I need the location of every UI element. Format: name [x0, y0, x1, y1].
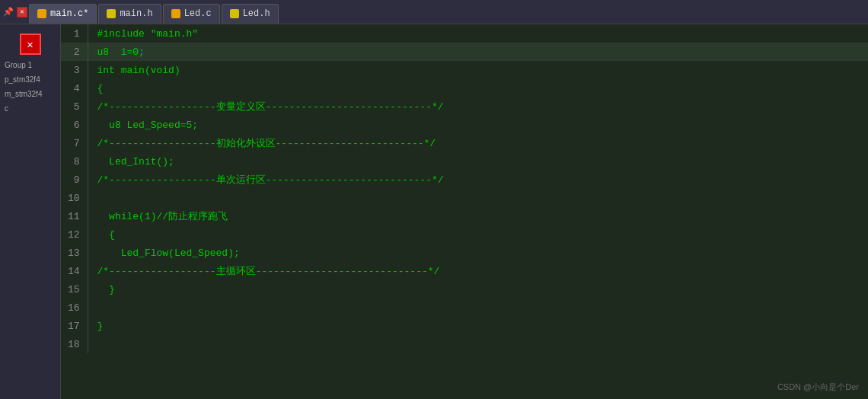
line-code[interactable]: u8 Led_Speed=5; [88, 116, 868, 134]
line-number: 1 [61, 24, 88, 43]
watermark: CSDN @小向是个Der [777, 381, 859, 393]
code-editor[interactable]: 1#include "main.h"2u8 i=0;3int main(void… [61, 24, 868, 399]
line-number: 5 [61, 97, 88, 116]
line-number: 13 [61, 244, 88, 262]
code-line: 6 u8 Led_Speed=5; [61, 116, 868, 134]
code-line: 16 [61, 298, 868, 317]
group-label: Group 1 [0, 58, 60, 72]
line-number: 6 [61, 116, 88, 134]
code-line: 8 Led_Init(); [61, 152, 868, 171]
line-number: 15 [61, 280, 88, 298]
line-code[interactable]: } [88, 317, 868, 335]
line-code[interactable]: /*------------------主循环区----------------… [88, 262, 868, 280]
line-code[interactable] [88, 335, 868, 353]
tab-icon [171, 9, 180, 18]
tab-icon [230, 9, 239, 18]
line-number: 2 [61, 43, 88, 61]
line-code[interactable]: /*------------------单次运行区---------------… [88, 171, 868, 189]
error-icon[interactable]: ✕ [20, 34, 41, 55]
code-table: 1#include "main.h"2u8 i=0;3int main(void… [61, 24, 868, 353]
code-line: 10 [61, 189, 868, 207]
line-number: 14 [61, 262, 88, 280]
code-line: 1#include "main.h" [61, 24, 868, 43]
code-line: 9/*------------------单次运行区--------------… [61, 171, 868, 189]
sidebar-item-1: p_stm32f4 [0, 72, 60, 87]
tab-Ledc[interactable]: Led.c [163, 4, 220, 24]
code-line: 15 } [61, 280, 868, 298]
pin-icon[interactable]: 📌 [3, 7, 14, 18]
code-line: 18 [61, 335, 868, 353]
line-number: 17 [61, 317, 88, 335]
code-line: 13 Led_Flow(Led_Speed); [61, 244, 868, 262]
code-line: 7/*------------------初始化外设区-------------… [61, 134, 868, 152]
tab-icon [107, 9, 116, 18]
line-code[interactable]: while(1)//防止程序跑飞 [88, 207, 868, 225]
line-code[interactable]: u8 i=0; [88, 43, 868, 61]
tab-label: main.c* [50, 8, 88, 19]
line-number: 7 [61, 134, 88, 152]
line-code[interactable]: Led_Init(); [88, 152, 868, 171]
code-line: 5/*------------------变量定义区--------------… [61, 97, 868, 116]
tab-label: main.h [120, 8, 152, 19]
close-icon[interactable]: ✕ [17, 7, 27, 18]
code-line: 4{ [61, 79, 868, 97]
line-code[interactable]: #include "main.h" [88, 24, 868, 43]
main-area: ✕ Group 1 p_stm32f4 m_stm32f4 c 1#includ… [0, 24, 868, 399]
line-code[interactable]: { [88, 225, 868, 244]
line-number: 12 [61, 225, 88, 244]
line-code[interactable]: { [88, 79, 868, 97]
line-code[interactable]: int main(void) [88, 61, 868, 79]
line-number: 4 [61, 79, 88, 97]
line-number: 3 [61, 61, 88, 79]
tab-label: Led.c [184, 8, 212, 19]
tab-icon [37, 9, 46, 18]
title-bar: 📌 ✕ main.c*main.hLed.cLed.h [0, 0, 868, 24]
tab-label: Led.h [243, 8, 270, 19]
line-number: 11 [61, 207, 88, 225]
tab-mainc[interactable]: main.c* [29, 4, 97, 24]
line-code[interactable] [88, 189, 868, 207]
tab-mainh[interactable]: main.h [98, 4, 161, 24]
sidebar-item-3: c [0, 101, 60, 116]
line-code[interactable]: /*------------------初始化外设区--------------… [88, 134, 868, 152]
code-line: 12 { [61, 225, 868, 244]
code-line: 11 while(1)//防止程序跑飞 [61, 207, 868, 225]
line-code[interactable]: Led_Flow(Led_Speed); [88, 244, 868, 262]
line-code[interactable]: } [88, 280, 868, 298]
line-number: 9 [61, 171, 88, 189]
sidebar: ✕ Group 1 p_stm32f4 m_stm32f4 c [0, 24, 61, 399]
code-line: 3int main(void) [61, 61, 868, 79]
code-line: 2u8 i=0; [61, 43, 868, 61]
tab-Ledh[interactable]: Led.h [222, 4, 279, 24]
line-code[interactable] [88, 298, 868, 317]
code-line: 14/*------------------主循环区--------------… [61, 262, 868, 280]
line-number: 18 [61, 335, 88, 353]
line-number: 16 [61, 298, 88, 317]
code-line: 17} [61, 317, 868, 335]
sidebar-item-2: m_stm32f4 [0, 87, 60, 101]
line-number: 8 [61, 152, 88, 171]
line-number: 10 [61, 189, 88, 207]
line-code[interactable]: /*------------------变量定义区---------------… [88, 97, 868, 116]
